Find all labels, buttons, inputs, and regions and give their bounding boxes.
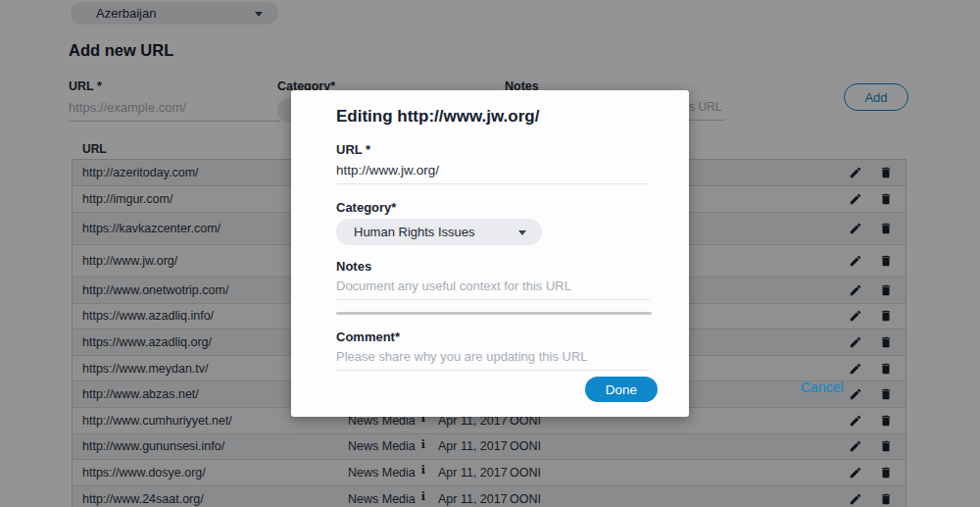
chevron-down-icon [518, 230, 526, 235]
modal-url-input[interactable] [336, 163, 650, 184]
modal-notes-label: Notes [336, 259, 371, 274]
modal-url-label: URL * [336, 142, 370, 157]
modal-notes-input[interactable] [336, 279, 650, 300]
modal-comment-input[interactable] [336, 349, 650, 371]
cancel-button[interactable]: Cancel [801, 380, 844, 395]
modal-comment-label: Comment* [336, 330, 400, 344]
modal-category-value: Human Rights Issues [354, 225, 475, 239]
done-button[interactable]: Done [585, 377, 658, 402]
modal-category-label: Category* [336, 200, 396, 215]
section-divider [336, 312, 652, 315]
modal-title: Editing http://www.jw.org/ [336, 107, 539, 127]
edit-url-modal: Editing http://www.jw.org/ URL * Categor… [291, 90, 689, 417]
modal-category-select[interactable]: Human Rights Issues [336, 219, 542, 245]
